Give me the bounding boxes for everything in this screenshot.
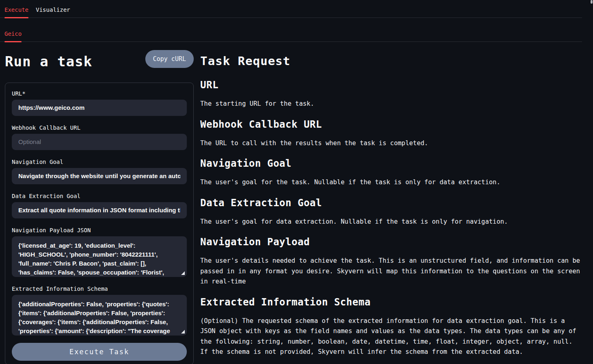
url-label: URL* (12, 90, 187, 97)
extracted-schema-label: Extracted Information Schema (12, 286, 187, 292)
doc-heading-navigation-payload: Navigation Payload (200, 236, 582, 248)
task-request-doc: Task Request URL The starting URL for th… (194, 42, 582, 357)
field-navigation-goal: Navigation Goal (12, 159, 187, 184)
navigation-goal-input[interactable] (12, 168, 187, 184)
doc-body-webhook: The URL to call with the results when th… (200, 138, 582, 149)
execute-task-button[interactable]: Execute Task (12, 343, 187, 361)
field-url: URL* (12, 90, 187, 116)
page-title: Run a task (5, 53, 92, 70)
data-extraction-goal-label: Data Extraction Goal (12, 193, 187, 199)
doc-heading-url: URL (200, 79, 582, 91)
field-data-extraction-goal: Data Extraction Goal (12, 193, 187, 218)
navigation-payload-textarea[interactable]: {'licensed_at_age': 19, 'education_level… (12, 236, 187, 277)
data-extraction-goal-input[interactable] (12, 202, 187, 218)
vertical-scrollbar-thumb[interactable] (591, 0, 593, 4)
doc-heading-extracted-schema: Extracted Information Schema (200, 296, 582, 308)
sub-tab-bar: Geico (0, 31, 582, 42)
field-webhook: Webhook Callback URL (12, 124, 187, 150)
url-input[interactable] (12, 100, 187, 116)
doc-body-navigation-goal: The user's goal for the task. Nullable i… (200, 177, 582, 188)
doc-body-data-extraction-goal: The user's goal for data extraction. Nul… (200, 217, 582, 227)
navigation-goal-label: Navigation Goal (12, 159, 187, 165)
main-content: Run a task Copy cURL URL* Webhook Callba… (0, 42, 593, 364)
webhook-label: Webhook Callback URL (12, 124, 187, 131)
doc-heading-navigation-goal: Navigation Goal (200, 158, 582, 169)
doc-title: Task Request (200, 54, 582, 68)
run-task-panel: Run a task Copy cURL URL* Webhook Callba… (5, 42, 194, 364)
navigation-payload-label: Navigation Payload JSON (12, 227, 187, 233)
run-task-header: Run a task Copy cURL (5, 50, 194, 70)
webhook-input[interactable] (12, 134, 187, 150)
doc-body-extracted-schema: (Optional) The requested schema of the e… (200, 316, 582, 357)
tab-visualizer[interactable]: Visualizer (36, 7, 70, 17)
doc-body-url: The starting URL for the task. (200, 99, 582, 109)
field-navigation-payload: Navigation Payload JSON {'licensed_at_ag… (12, 227, 187, 277)
main-tab-bar: Execute Visualizer (0, 0, 582, 18)
doc-body-navigation-payload: The user's details needed to achieve the… (200, 256, 582, 287)
textarea-resize-handle[interactable] (181, 271, 185, 275)
extracted-schema-textarea[interactable]: {'additionalProperties': False, 'propert… (12, 295, 187, 336)
textarea-resize-handle[interactable] (181, 330, 185, 333)
field-extracted-schema: Extracted Information Schema {'additiona… (12, 286, 187, 336)
tab-execute[interactable]: Execute (4, 7, 28, 17)
task-form: URL* Webhook Callback URL Navigation Goa… (5, 83, 194, 364)
doc-heading-webhook: Webhook Callback URL (200, 119, 582, 130)
doc-heading-data-extraction-goal: Data Extraction Goal (200, 197, 582, 209)
tab-geico[interactable]: Geico (4, 31, 22, 41)
copy-curl-button[interactable]: Copy cURL (145, 50, 194, 68)
